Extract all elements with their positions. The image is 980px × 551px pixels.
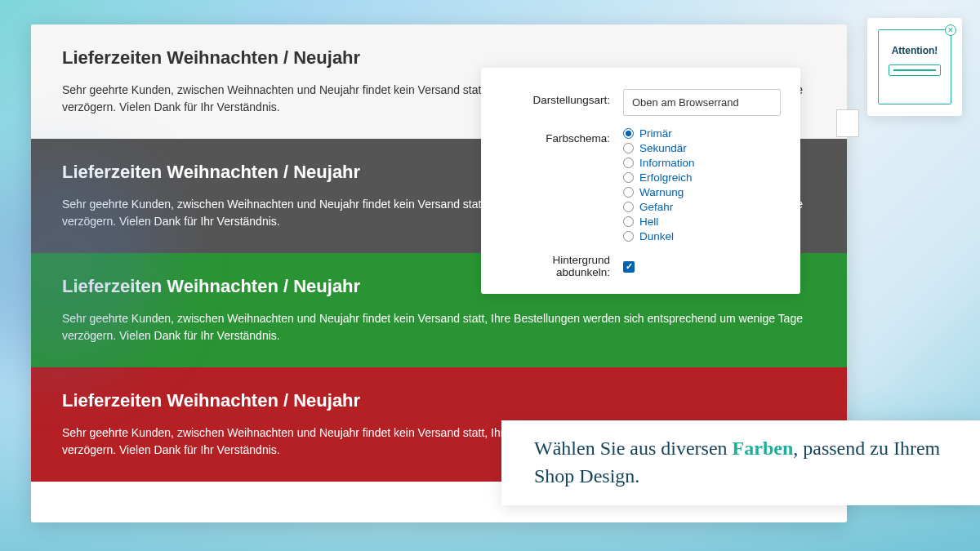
attention-bar-icon — [889, 64, 941, 76]
radio-icon — [623, 216, 634, 227]
display-mode-select[interactable]: Oben am Browserrand — [623, 89, 781, 116]
display-mode-row: Darstellungsart: Oben am Browserrand — [501, 89, 781, 116]
settings-panel: Darstellungsart: Oben am Browserrand Far… — [481, 68, 800, 294]
tagline-accent: Farben — [733, 438, 794, 459]
radio-label: Warnung — [639, 186, 684, 198]
radio-label: Hell — [639, 216, 658, 228]
attention-card: ✕ Attention! — [867, 18, 962, 116]
darken-checkbox[interactable]: ✓ — [623, 261, 635, 273]
radio-dark[interactable]: Dunkel — [623, 230, 781, 242]
banner-title: Lieferzeiten Weihnachten / Neujahr — [62, 390, 818, 411]
radio-label: Erfolgreich — [639, 171, 693, 184]
darken-row: Hintergrund abdunkeln: ✓ — [501, 254, 781, 278]
radio-icon — [623, 158, 634, 168]
display-mode-label: Darstellungsart: — [501, 89, 623, 106]
radio-light[interactable]: Hell — [623, 216, 781, 228]
color-scheme-options: Primär Sekundär Information Erfolgreich … — [623, 127, 781, 242]
radio-label: Sekundär — [639, 142, 687, 154]
darken-label: Hintergrund abdunkeln: — [501, 254, 623, 278]
radio-label: Gefahr — [639, 201, 673, 213]
radio-icon — [623, 128, 634, 139]
close-icon[interactable]: ✕ — [945, 24, 956, 36]
attention-title: Attention! — [892, 45, 938, 56]
radio-success[interactable]: Erfolgreich — [623, 171, 781, 184]
tagline-card: Wählen Sie aus diversen Farben, passend … — [501, 420, 980, 505]
radio-warning[interactable]: Warnung — [623, 186, 781, 198]
side-box — [836, 109, 859, 137]
banner-body: Sehr geehrte Kunden, zwischen Weihnachte… — [62, 310, 818, 344]
radio-danger[interactable]: Gefahr — [623, 201, 781, 213]
radio-label: Information — [639, 157, 695, 169]
tagline-text: Wählen Sie aus diversen Farben, passend … — [534, 435, 980, 490]
radio-label: Primär — [639, 127, 672, 140]
radio-icon — [623, 172, 634, 183]
banner-title: Lieferzeiten Weihnachten / Neujahr — [62, 47, 818, 69]
color-scheme-row: Farbschema: Primär Sekundär Information … — [501, 127, 781, 242]
attention-inner: ✕ Attention! — [878, 29, 951, 104]
radio-secondary[interactable]: Sekundär — [623, 142, 781, 154]
radio-primary[interactable]: Primär — [623, 127, 781, 140]
radio-icon — [623, 187, 634, 198]
radio-icon — [623, 231, 634, 242]
radio-icon — [623, 143, 634, 153]
radio-icon — [623, 202, 634, 212]
radio-label: Dunkel — [639, 230, 674, 242]
color-scheme-label: Farbschema: — [501, 127, 623, 144]
radio-information[interactable]: Information — [623, 157, 781, 169]
